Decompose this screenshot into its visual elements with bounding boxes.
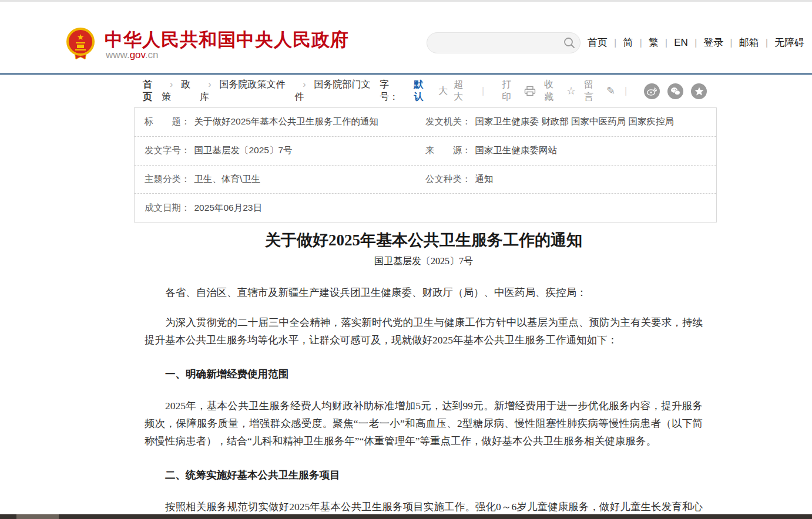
document-number: 国卫基层发〔2025〕7号 xyxy=(145,255,703,268)
meta-source-label: 来 源： xyxy=(425,144,471,157)
nav-home[interactable]: 首页 xyxy=(588,36,608,49)
toolbar-separator-2: | xyxy=(625,86,627,96)
national-emblem-logo[interactable]: ★ xyxy=(66,27,95,61)
nav-simplified[interactable]: 简 xyxy=(608,36,633,49)
meta-row-date: 成文日期： 2025年06月23日 xyxy=(135,194,716,222)
svg-text:★: ★ xyxy=(77,32,85,42)
national-emblem-icon: ★ xyxy=(66,27,95,61)
nav-english[interactable]: EN xyxy=(659,37,688,49)
paragraph-recipients: 各省、自治区、直辖市及新疆生产建设兵团卫生健康委、财政厅（局）、中医药局、疾控局… xyxy=(145,284,703,301)
share-wechat-button[interactable] xyxy=(667,83,683,99)
article-body: 各省、自治区、直辖市及新疆生产建设兵团卫生健康委、财政厅（局）、中医药局、疾控局… xyxy=(145,284,703,519)
top-navigation: 首页 简 繁 EN 登录 邮箱 无障碍 xyxy=(588,36,804,49)
page: ★ 中华人民共和国中央人民政府 www.gov.cn 首页 简 繁 EN 登录 xyxy=(0,0,812,519)
meta-title-value: 关于做好2025年基本公共卫生服务工作的通知 xyxy=(194,116,378,128)
url-gov: gov xyxy=(130,49,145,60)
share-qzone-button[interactable] xyxy=(691,83,707,99)
section-heading-1: 一、明确新增经费使用范围 xyxy=(145,365,703,383)
meta-agency-label: 发文机关： xyxy=(425,116,471,128)
site-title: 中华人民共和国中央人民政府 xyxy=(105,28,349,52)
breadcrumb-toolbar-row: 首页 政策 国务院政策文件库 国务院部门文件 字号： 默认 大 超大 | 打印 … xyxy=(143,83,707,99)
document-meta-table: 标 题： 关于做好2025年基本公共卫生服务工作的通知 发文机关： 国家卫生健康… xyxy=(134,107,717,223)
meta-row-title: 标 题： 关于做好2025年基本公共卫生服务工作的通知 发文机关： 国家卫生健康… xyxy=(135,108,716,137)
breadcrumb: 首页 政策 国务院政策文件库 国务院部门文件 xyxy=(143,79,380,103)
meta-docnum-value: 国卫基层发〔2025〕7号 xyxy=(194,144,293,157)
search-input[interactable] xyxy=(427,33,559,53)
page-tools: 字号： 默认 大 超大 | 打印 收藏 ☆ 留言 ✎ | xyxy=(380,79,707,103)
breadcrumb-department-documents[interactable]: 国务院部门文件 xyxy=(294,79,380,103)
url-www: www. xyxy=(106,49,130,60)
breadcrumb-policy-library[interactable]: 国务院政策文件库 xyxy=(200,79,294,103)
meta-doctype-value: 通知 xyxy=(475,173,494,186)
meta-agency-value: 国家卫生健康委 财政部 国家中医药局 国家疾控局 xyxy=(475,116,674,128)
font-size-label: 字号： xyxy=(380,79,408,103)
comment-label: 留言 xyxy=(584,79,603,103)
wechat-icon xyxy=(670,87,680,96)
print-label: 打印 xyxy=(502,79,521,103)
meta-row-category: 主题分类： 卫生、体育\卫生 公文种类： 通知 xyxy=(135,166,716,194)
printer-icon xyxy=(524,86,536,96)
favorite-label: 收藏 xyxy=(544,79,563,103)
site-header: ★ 中华人民共和国中央人民政府 www.gov.cn 首页 简 繁 EN 登录 xyxy=(0,2,812,73)
search-icon xyxy=(563,36,576,49)
qzone-icon xyxy=(694,87,704,96)
comment-button[interactable]: 留言 ✎ xyxy=(584,79,615,103)
paragraph-section-1: 2025年，基本公共卫生服务经费人均财政补助标准增加5元，达到99元。新增经费用… xyxy=(145,397,703,450)
pencil-icon: ✎ xyxy=(606,86,615,96)
document-title: 关于做好2025年基本公共卫生服务工作的通知 xyxy=(145,230,703,250)
meta-category-value: 卫生、体育\卫生 xyxy=(194,173,261,186)
search-box xyxy=(427,32,581,53)
nav-accessibility[interactable]: 无障碍 xyxy=(759,36,804,49)
header-divider-line xyxy=(0,73,812,75)
meta-category-label: 主题分类： xyxy=(145,173,190,186)
meta-docnum-label: 发文字号： xyxy=(145,144,190,157)
meta-date-label: 成文日期： xyxy=(145,202,190,214)
nav-login[interactable]: 登录 xyxy=(688,36,723,49)
share-weibo-button[interactable] xyxy=(644,83,660,99)
section-heading-2: 二、统筹实施好基本公共卫生服务项目 xyxy=(145,466,703,484)
url-cn: .cn xyxy=(145,49,159,60)
meta-date-value: 2025年06月23日 xyxy=(194,202,262,214)
weibo-icon xyxy=(647,87,657,96)
article: 关于做好2025年基本公共卫生服务工作的通知 国卫基层发〔2025〕7号 各省、… xyxy=(145,230,703,519)
star-icon: ☆ xyxy=(566,86,576,96)
search-button[interactable] xyxy=(559,33,580,53)
meta-row-number: 发文字号： 国卫基层发〔2025〕7号 来 源： 国家卫生健康委网站 xyxy=(135,137,716,166)
nav-traditional[interactable]: 繁 xyxy=(633,36,658,49)
nav-mailbox[interactable]: 邮箱 xyxy=(723,36,759,49)
breadcrumb-home[interactable]: 首页 xyxy=(143,79,162,103)
bottom-scrollbar-thumb[interactable] xyxy=(16,514,59,519)
breadcrumb-policy[interactable]: 政策 xyxy=(162,79,200,103)
bottom-footer-edge xyxy=(0,514,812,519)
font-size-default[interactable]: 默认 xyxy=(414,79,432,103)
site-url: www.gov.cn xyxy=(106,49,158,61)
meta-title-label: 标 题： xyxy=(145,116,190,128)
toolbar-separator: | xyxy=(482,86,484,96)
meta-doctype-label: 公文种类： xyxy=(425,173,471,186)
paragraph-intro: 为深入贯彻党的二十届三中全会精神，落实新时代党的卫生与健康工作方针中以基层为重点… xyxy=(145,314,703,349)
font-size-large[interactable]: 大 xyxy=(438,85,448,97)
meta-source-value: 国家卫生健康委网站 xyxy=(475,144,558,157)
font-size-xlarge[interactable]: 超大 xyxy=(454,79,472,103)
print-button[interactable]: 打印 xyxy=(502,79,536,103)
favorite-button[interactable]: 收藏 ☆ xyxy=(544,79,576,103)
